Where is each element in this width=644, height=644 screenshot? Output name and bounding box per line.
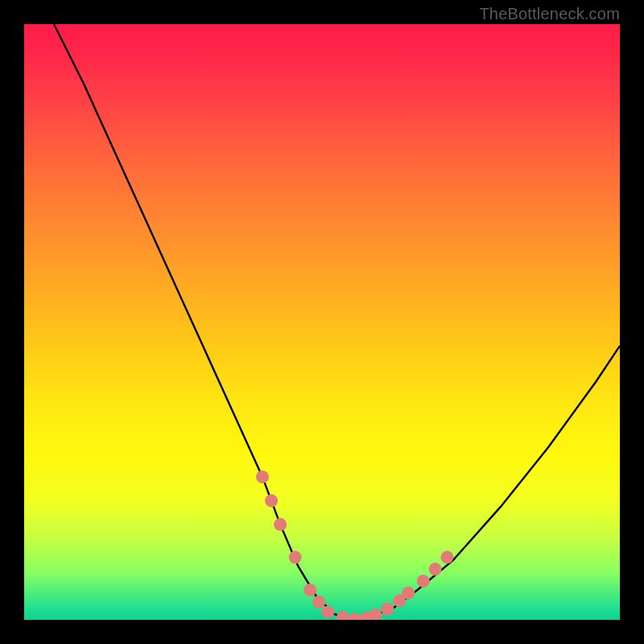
chart-container: TheBottleneck.com	[0, 0, 644, 644]
highlight-dot	[303, 584, 316, 597]
highlight-dot	[429, 563, 442, 576]
highlight-dot	[336, 611, 349, 620]
highlight-dot	[381, 603, 394, 616]
highlight-dot	[349, 613, 361, 620]
highlight-dot	[312, 596, 325, 609]
highlight-dot	[402, 587, 415, 600]
highlight-dot	[440, 551, 453, 564]
highlight-dot	[369, 609, 382, 620]
highlight-dot	[256, 470, 269, 483]
curve-group	[54, 24, 620, 620]
highlight-dot	[321, 605, 334, 618]
bottleneck-curve	[54, 24, 620, 620]
highlight-dot	[274, 518, 287, 531]
watermark-text: TheBottleneck.com	[479, 5, 620, 23]
highlight-dot	[265, 494, 278, 507]
highlight-dots-group	[256, 470, 453, 620]
chart-svg	[24, 24, 620, 620]
highlight-dot	[417, 575, 430, 588]
highlight-dot	[289, 551, 302, 564]
plot-area	[24, 24, 620, 620]
